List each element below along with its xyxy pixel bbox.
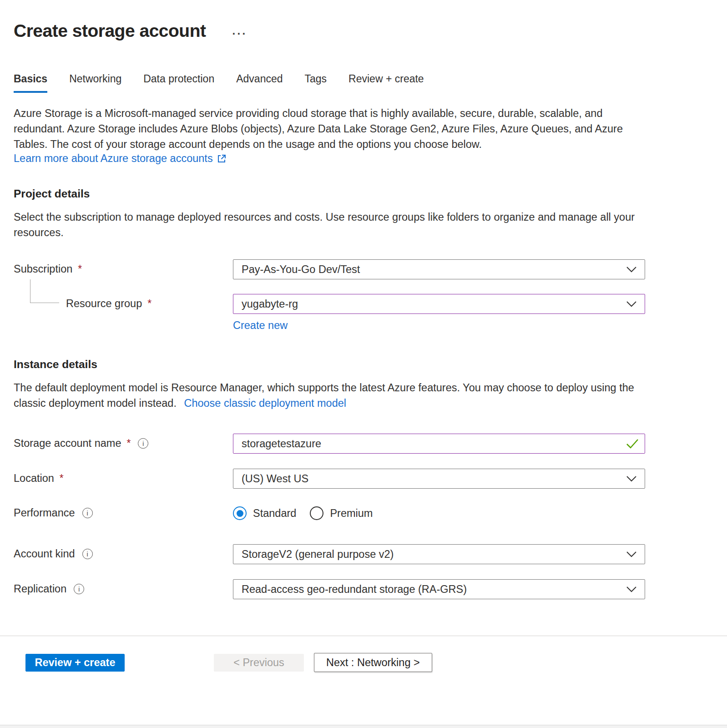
tab-networking[interactable]: Networking — [69, 73, 121, 93]
resource-group-dropdown[interactable]: yugabyte-rg — [233, 294, 645, 314]
chevron-down-icon — [626, 267, 636, 273]
replication-row: Replication i Read-access geo-redundant … — [14, 579, 713, 599]
tab-advanced[interactable]: Advanced — [236, 73, 283, 93]
location-label: Location — [14, 472, 54, 485]
valid-check-icon — [626, 439, 639, 449]
required-asterisk: * — [60, 472, 64, 485]
page-header: Create storage account ··· — [14, 0, 713, 41]
learn-more-label: Learn more about Azure storage accounts — [14, 152, 213, 165]
info-icon[interactable]: i — [138, 438, 148, 449]
storage-account-name-row: Storage account name * i — [14, 434, 713, 454]
page-title: Create storage account — [14, 21, 206, 41]
wizard-tabs: Basics Networking Data protection Advanc… — [14, 73, 713, 93]
radio-dot-icon — [310, 506, 323, 520]
create-storage-account-page: Create storage account ··· Basics Networ… — [0, 0, 727, 728]
performance-row: Performance i Standard Premium — [14, 503, 713, 523]
more-menu-icon[interactable]: ··· — [232, 28, 247, 39]
storage-account-name-input[interactable] — [233, 434, 645, 454]
radio-dot-icon — [233, 506, 247, 520]
performance-label: Performance — [14, 507, 75, 519]
account-kind-label: Account kind — [14, 548, 75, 560]
account-kind-row: Account kind i StorageV2 (general purpos… — [14, 544, 713, 564]
location-label-group: Location * — [14, 469, 233, 485]
radio-premium-label: Premium — [330, 507, 373, 520]
required-asterisk: * — [78, 263, 82, 275]
storage-account-name-label-group: Storage account name * i — [14, 434, 233, 450]
location-dropdown[interactable]: (US) West US — [233, 469, 645, 489]
subscription-label-group: Subscription * — [14, 259, 233, 275]
account-kind-value: StorageV2 (general purpose v2) — [242, 548, 394, 561]
info-icon[interactable]: i — [82, 508, 93, 518]
tab-tags[interactable]: Tags — [305, 73, 327, 93]
location-row: Location * (US) West US — [14, 469, 713, 489]
info-icon[interactable]: i — [82, 549, 93, 559]
radio-standard-label: Standard — [253, 507, 296, 520]
project-details-description: Select the subscription to manage deploy… — [14, 209, 651, 240]
intro-paragraph: Azure Storage is a Microsoft-managed ser… — [14, 106, 651, 152]
tab-data-protection[interactable]: Data protection — [143, 73, 214, 93]
learn-more-link[interactable]: Learn more about Azure storage accounts — [14, 152, 227, 165]
chevron-down-icon — [626, 301, 636, 307]
required-asterisk: * — [147, 298, 151, 310]
resource-group-label-group: Resource group * — [14, 294, 233, 310]
next-networking-button[interactable]: Next : Networking > — [314, 653, 432, 672]
classic-deployment-link[interactable]: Choose classic deployment model — [184, 397, 346, 409]
performance-radio-group: Standard Premium — [233, 503, 645, 523]
radio-standard[interactable]: Standard — [233, 506, 296, 520]
tab-review-create[interactable]: Review + create — [348, 73, 424, 93]
chevron-down-icon — [626, 476, 636, 482]
instance-details-description: The default deployment model is Resource… — [14, 380, 651, 411]
subscription-label: Subscription — [14, 263, 72, 275]
account-kind-label-group: Account kind i — [14, 544, 233, 560]
location-value: (US) West US — [242, 473, 308, 485]
performance-label-group: Performance i — [14, 503, 233, 519]
subscription-row: Subscription * Pay-As-You-Go Dev/Test — [14, 259, 713, 279]
previous-button[interactable]: < Previous — [214, 654, 304, 672]
resource-group-row: Resource group * yugabyte-rg Create new — [14, 294, 713, 332]
project-details-heading: Project details — [14, 187, 713, 200]
required-asterisk: * — [126, 437, 131, 450]
footer-button-bar: Review + create < Previous Next : Networ… — [0, 636, 727, 672]
radio-premium[interactable]: Premium — [310, 506, 373, 520]
account-kind-dropdown[interactable]: StorageV2 (general purpose v2) — [233, 544, 645, 564]
subscription-dropdown[interactable]: Pay-As-You-Go Dev/Test — [233, 259, 645, 279]
replication-dropdown[interactable]: Read-access geo-redundant storage (RA-GR… — [233, 579, 645, 599]
tree-connector-line — [30, 279, 59, 303]
resource-group-label: Resource group — [66, 298, 142, 310]
bottom-edge-strip — [0, 725, 727, 728]
info-icon[interactable]: i — [74, 584, 84, 594]
storage-account-name-label: Storage account name — [14, 437, 121, 450]
create-new-link[interactable]: Create new — [233, 319, 288, 332]
subscription-value: Pay-As-You-Go Dev/Test — [242, 263, 360, 276]
instance-details-heading: Instance details — [14, 358, 713, 371]
resource-group-value: yugabyte-rg — [242, 298, 298, 310]
chevron-down-icon — [626, 586, 636, 592]
tab-basics[interactable]: Basics — [14, 73, 47, 93]
chevron-down-icon — [626, 551, 636, 557]
replication-label: Replication — [14, 583, 66, 595]
review-create-button[interactable]: Review + create — [25, 654, 125, 672]
replication-value: Read-access geo-redundant storage (RA-GR… — [242, 583, 467, 596]
replication-label-group: Replication i — [14, 579, 233, 595]
external-link-icon — [217, 154, 227, 163]
